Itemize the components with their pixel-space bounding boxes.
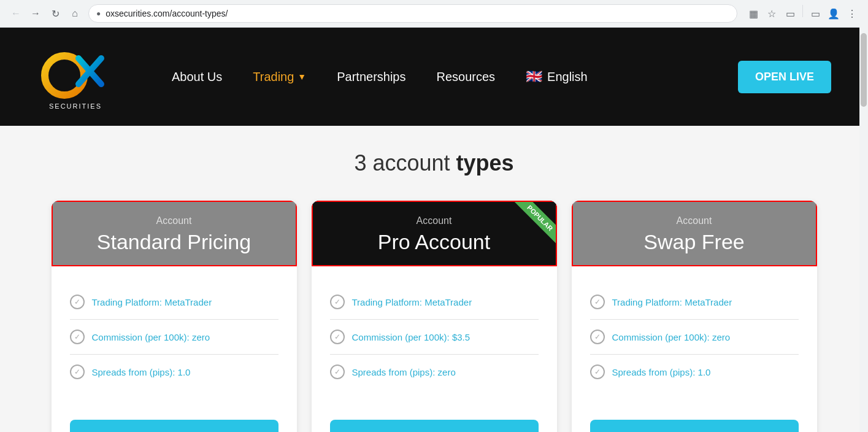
main-nav: About Us Trading ▼ Partnerships Resource… — [172, 69, 713, 85]
feature-commission-swap: ✓ Commission (per 100k): zero — [590, 320, 799, 355]
chevron-down-icon: ▼ — [298, 72, 306, 82]
svg-text:SECURITIES: SECURITIES — [49, 102, 102, 110]
card-standard-label: Account — [64, 215, 285, 226]
feature-commission-pro: ✓ Commission (per 100k): $3.5 — [330, 320, 539, 355]
logo[interactable]: SECURITIES — [37, 40, 110, 114]
check-icon-4: ✓ — [330, 295, 345, 309]
start-trading-swap[interactable]: START TRADING — [590, 420, 799, 432]
feature-commission-standard: ✓ Commission (per 100k): zero — [70, 320, 278, 355]
check-icon-5: ✓ — [330, 330, 345, 344]
feature-text-commission-standard: Commission (per 100k): zero — [92, 332, 210, 342]
card-pro-header: Account Pro Account POPULAR — [312, 201, 557, 266]
card-standard-title: Standard Pricing — [64, 230, 285, 254]
home-button[interactable]: ⌂ — [66, 5, 83, 22]
back-button[interactable]: ← — [7, 5, 25, 22]
title-normal: 3 account — [354, 150, 456, 176]
browser-actions: ▦ ☆ ▭ ▭ 👤 ⋮ — [745, 5, 861, 22]
card-pro-footer: START TRADING — [312, 407, 557, 432]
nav-buttons: ← → ↻ ⌂ — [7, 5, 83, 22]
browser-toolbar: ← → ↻ ⌂ ● oxsecurities.com/account-types… — [0, 0, 868, 27]
card-swap-body: ✓ Trading Platform: MetaTrader ✓ Commiss… — [572, 266, 817, 407]
card-standard-footer: START TRADING — [52, 407, 297, 432]
extensions-button[interactable]: ▭ — [782, 5, 799, 22]
address-bar[interactable]: ● oxsecurities.com/account-types/ — [88, 4, 737, 23]
translate-button[interactable]: ▦ — [745, 5, 762, 22]
account-cards: Account Standard Pricing ✓ Trading Platf… — [37, 201, 831, 432]
reload-button[interactable]: ↻ — [47, 5, 64, 22]
feature-spreads-pro: ✓ Spreads from (pips): zero — [330, 355, 539, 389]
feature-platform-pro: ✓ Trading Platform: MetaTrader — [330, 285, 539, 320]
feature-text-spreads-swap: Spreads from (pips): 1.0 — [612, 367, 711, 377]
feature-spreads-swap: ✓ Spreads from (pips): 1.0 — [590, 355, 799, 389]
feature-platform-standard: ✓ Trading Platform: MetaTrader — [70, 285, 278, 320]
flag-icon: 🇬🇧 — [526, 69, 542, 85]
check-icon-8: ✓ — [590, 330, 605, 344]
check-icon-2: ✓ — [70, 330, 85, 344]
card-swap-header: Account Swap Free — [572, 201, 817, 266]
feature-text-spreads-pro: Spreads from (pips): zero — [352, 367, 456, 377]
feature-text-spreads-standard: Spreads from (pips): 1.0 — [92, 367, 191, 377]
menu-button[interactable]: ⋮ — [843, 5, 861, 22]
feature-platform-swap: ✓ Trading Platform: MetaTrader — [590, 285, 799, 320]
site-header: SECURITIES About Us Trading ▼ Partnershi… — [0, 28, 868, 126]
nav-about[interactable]: About Us — [172, 70, 222, 84]
website: SECURITIES About Us Trading ▼ Partnershi… — [0, 28, 868, 432]
language-label: English — [547, 70, 588, 84]
divider — [802, 5, 803, 17]
check-icon-3: ✓ — [70, 364, 85, 379]
main-content: 3 account types Account Standard Pricing… — [0, 126, 868, 432]
start-trading-pro[interactable]: START TRADING — [330, 420, 539, 432]
check-icon-9: ✓ — [590, 364, 605, 379]
feature-text-commission-swap: Commission (per 100k): zero — [612, 332, 731, 342]
browser-chrome: ← → ↻ ⌂ ● oxsecurities.com/account-types… — [0, 0, 868, 28]
card-standard: Account Standard Pricing ✓ Trading Platf… — [52, 201, 297, 432]
popular-badge-text: POPULAR — [513, 201, 557, 244]
url-display: oxsecurities.com/account-types/ — [106, 9, 729, 18]
bookmark-button[interactable]: ☆ — [763, 5, 780, 22]
nav-resources[interactable]: Resources — [436, 70, 495, 84]
language-selector[interactable]: 🇬🇧 English — [526, 69, 588, 85]
popular-badge: POPULAR — [508, 201, 557, 250]
profile-button[interactable]: 👤 — [825, 5, 842, 22]
feature-spreads-standard: ✓ Spreads from (pips): 1.0 — [70, 355, 278, 389]
scrollbar-thumb[interactable] — [861, 33, 867, 107]
feature-text-commission-pro: Commission (per 100k): $3.5 — [352, 332, 470, 342]
page-title: 3 account types — [37, 150, 831, 176]
start-trading-standard[interactable]: START TRADING — [70, 420, 278, 432]
card-pro: Account Pro Account POPULAR ✓ Trading Pl… — [312, 201, 557, 432]
open-live-button[interactable]: OPEN LIVE — [738, 61, 831, 93]
address-icon: ● — [96, 9, 101, 18]
nav-partnerships[interactable]: Partnerships — [337, 70, 405, 84]
feature-text-platform-standard: Trading Platform: MetaTrader — [92, 297, 212, 307]
title-bold: types — [456, 150, 514, 176]
feature-text-platform-pro: Trading Platform: MetaTrader — [352, 297, 472, 307]
feature-text-platform-swap: Trading Platform: MetaTrader — [612, 297, 732, 307]
card-swap-footer: START TRADING — [572, 407, 817, 432]
scrollbar[interactable] — [859, 27, 868, 432]
check-icon-1: ✓ — [70, 295, 85, 309]
forward-button[interactable]: → — [27, 5, 44, 22]
card-standard-body: ✓ Trading Platform: MetaTrader ✓ Commiss… — [52, 266, 297, 407]
logo-svg: SECURITIES — [37, 40, 110, 114]
check-icon-7: ✓ — [590, 295, 605, 309]
nav-trading[interactable]: Trading ▼ — [253, 70, 306, 84]
card-swap: Account Swap Free ✓ Trading Platform: Me… — [572, 201, 817, 432]
card-swap-label: Account — [584, 215, 805, 226]
card-pro-body: ✓ Trading Platform: MetaTrader ✓ Commiss… — [312, 266, 557, 407]
split-button[interactable]: ▭ — [807, 5, 824, 22]
check-icon-6: ✓ — [330, 364, 345, 379]
card-standard-header: Account Standard Pricing — [52, 201, 297, 266]
card-swap-title: Swap Free — [584, 230, 805, 254]
